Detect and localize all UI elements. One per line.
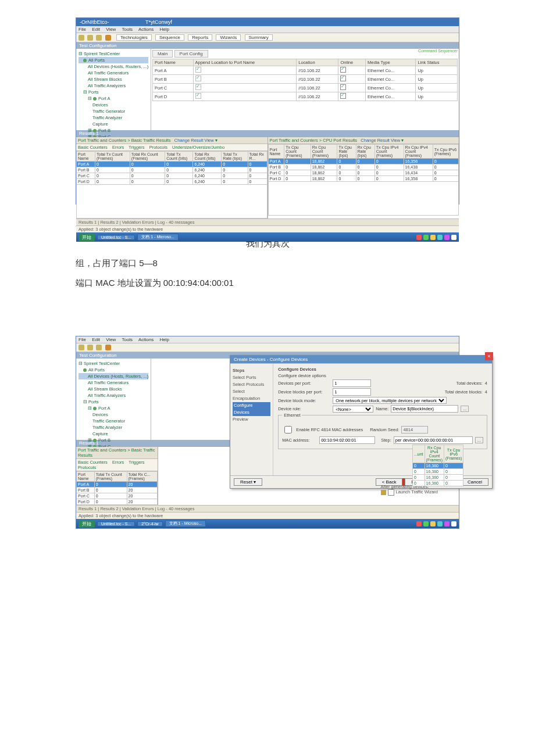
tree-port-a[interactable]: ⊟ Port A [79,405,148,411]
menu-help[interactable]: Help [159,337,169,342]
menu-edit[interactable]: Edit [92,337,100,342]
checkbox[interactable] [195,67,201,73]
tab-errors[interactable]: Errors [112,145,124,150]
enable-rfc-checkbox[interactable] [284,426,292,433]
menu-actions[interactable]: Actions [138,27,154,32]
devices-per-port-input[interactable] [333,379,371,387]
start-button[interactable]: 开始 [79,520,95,528]
checkbox[interactable] [340,93,346,99]
tree-all-traffic-analyzers[interactable]: All Traffic Analyzers [79,83,148,89]
right-data-table[interactable]: Port Name Tx Cpu Count (Frames) Rx Cpu C… [268,144,459,216]
tree-all-traffic-analyzers[interactable]: All Traffic Analyzers [79,392,148,399]
tab-undersize[interactable]: Undersize/Oversize/Jumbo [172,145,224,150]
new-icon[interactable] [79,345,84,350]
step-item[interactable]: Select Protocols [233,381,270,388]
tray-icon[interactable] [416,521,422,526]
step-item[interactable]: Preview [233,416,270,423]
tree-capture[interactable]: Capture [79,121,148,127]
step-item[interactable]: Select Ports [233,374,270,381]
save-icon[interactable] [96,345,102,350]
start-button[interactable]: 开始 [79,234,95,241]
tree-traffic-analyzer[interactable]: Traffic Analyzer [79,114,148,121]
menu-file[interactable]: File [79,337,86,342]
ellipsis-button[interactable]: ... [461,406,469,412]
tray-icon[interactable] [444,235,450,240]
tab-triggers[interactable]: Triggers [129,145,144,150]
tree-capture[interactable]: Capture [79,431,148,437]
table-row[interactable]: Port A018,86200016,3580 [268,159,459,164]
menu-file[interactable]: File [79,27,86,32]
menu-bar[interactable]: File Edit View Tools Actions Help [76,336,459,343]
tree-devices[interactable]: Devices [79,411,148,418]
tree-all-ports[interactable]: All Ports [79,57,148,63]
table-row[interactable]: Port A//10.106.22Ethernet Co...Up [153,66,458,75]
menu-tools[interactable]: Tools [122,27,133,32]
tray-icon[interactable] [444,521,450,526]
system-tray[interactable] [416,521,456,526]
tree-all-devices[interactable]: All Devices (Hosts, Routers, ...) [79,373,148,379]
tree-all-stream-blocks[interactable]: All Stream Blocks [79,76,148,83]
device-name-input[interactable] [391,405,458,413]
port-grid[interactable]: Port Name Append Location to Port Name L… [152,59,458,101]
taskbar[interactable]: 开始 Untitled.tcc - S... 文档 1 - Microso... [76,232,459,242]
checkbox[interactable] [340,76,346,81]
tree-port-a[interactable]: ⊟ Port A [79,95,148,102]
tree-all-traffic-gen[interactable]: All Traffic Generators [79,379,148,386]
checkbox[interactable] [340,67,346,73]
table-row[interactable]: Port C020 [77,493,158,499]
tray-icon[interactable] [430,521,436,526]
device-role-select[interactable]: <None> [333,406,373,413]
tree-all-traffic-gen[interactable]: All Traffic Generators [79,70,148,76]
table-row[interactable]: 016,3600 [413,469,463,475]
table-row[interactable]: 016,3600 [413,481,463,486]
open-icon[interactable] [87,345,93,350]
toolbar-sequence[interactable]: Sequence [155,34,184,41]
menu-actions[interactable]: Actions [138,337,154,342]
step-item[interactable]: Select Encapsulation [233,388,270,402]
close-icon[interactable]: × [485,352,493,360]
table-row[interactable]: Port D020 [77,499,158,505]
side-tab-sequencer[interactable]: Command Sequencer [418,49,458,53]
port-tabs[interactable]: Main Port Config [152,50,458,58]
menu-tools[interactable]: Tools [122,337,133,342]
checkbox[interactable] [195,76,201,81]
taskbar-app-1[interactable]: Untitled.tcc - S... [97,521,135,526]
menu-bar[interactable]: File Edit View Tools Actions Help [76,26,459,33]
tree-all-stream-blocks[interactable]: All Stream Blocks [79,386,148,392]
tray-icon[interactable] [437,235,443,240]
system-tray[interactable] [416,235,456,240]
tree-panel[interactable]: ⊟ Spirent TestCenter All Ports All Devic… [76,49,151,130]
tray-icon[interactable] [430,235,436,240]
table-row[interactable]: Port A0006,24000 [77,162,268,167]
table-row[interactable]: 016,3600 [413,463,463,469]
block-mode-select[interactable]: One network per block, multiple devices … [333,397,447,404]
launch-wizard-checkbox[interactable] [388,489,394,496]
tab-test-configuration[interactable]: Test Configuration [76,42,459,49]
tab-basic-counters[interactable]: Basic Counters [78,145,108,150]
menu-view[interactable]: View [106,27,116,32]
tree-root[interactable]: ⊟ Spirent TestCenter [79,51,148,57]
table-row[interactable]: Port B018,86200016,4380 [268,164,459,170]
tree-all-ports[interactable]: All Ports [79,367,148,373]
taskbar-app-2[interactable]: 文档 1 - Microso... [137,234,178,241]
new-icon[interactable] [79,35,84,41]
left-panel-tabs[interactable]: Basic Counters Errors Triggers Protocols [76,459,158,471]
taskbar-wizard[interactable]: 2°Cr-4-iw [137,521,162,526]
checkbox[interactable] [340,84,346,90]
table-row[interactable]: Port B020 [77,488,158,493]
tab-protocols[interactable]: Protocols [149,145,167,150]
table-row[interactable]: Port D//10.106.22Ethernet Co...Up [153,92,458,101]
taskbar-app-2[interactable]: 文档 1 - Microso... [165,520,206,527]
tree-root[interactable]: ⊟ Spirent TestCenter [79,360,148,367]
open-icon[interactable] [87,35,93,41]
mac-step-input[interactable] [394,436,473,444]
tray-icon[interactable] [423,521,429,526]
toolbar-wizards[interactable]: Wizards [216,34,241,41]
chassis-icon[interactable] [105,35,111,41]
change-view-link[interactable]: Change Result View [174,138,214,143]
results-foot-tabs[interactable]: Results 1 | Results 2 | Validation Error… [76,218,459,225]
results-foot-tabs[interactable]: Results 1 | Results 2 | Validation Error… [76,505,459,512]
table-row[interactable]: Port D0006,24000 [77,179,268,185]
tray-icon[interactable] [416,235,422,240]
table-row[interactable]: Port B0006,24000 [77,167,268,173]
